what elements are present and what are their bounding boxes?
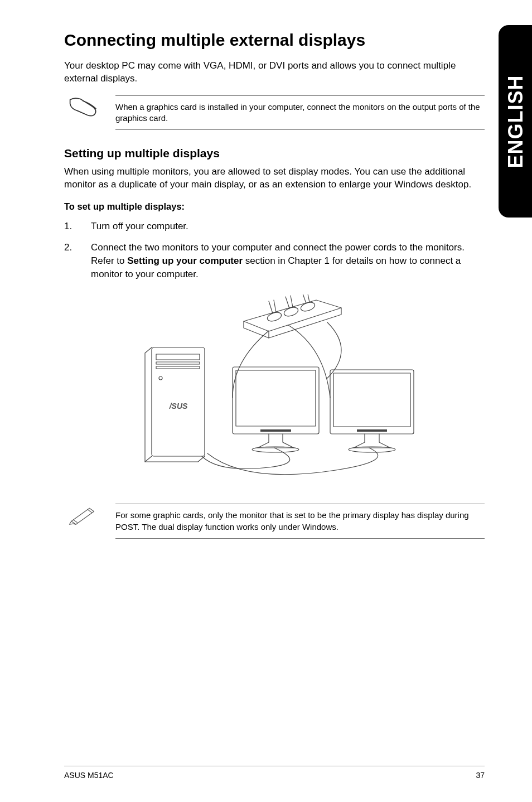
svg-rect-13 (330, 370, 414, 434)
step-text: Connect the two monitors to your compute… (91, 241, 485, 281)
step-2: 2. Connect the two monitors to your comp… (64, 241, 485, 281)
language-tab: ENGLISH (499, 25, 532, 218)
note-graphics-card-text: When a graphics card is installed in you… (115, 95, 485, 131)
footer-page-number: 37 (476, 771, 485, 780)
section-body: When using multiple monitors, you are al… (64, 166, 485, 191)
steps-heading: To set up multiple displays: (64, 201, 485, 212)
svg-rect-9 (233, 367, 319, 434)
hand-point-icon (64, 95, 103, 119)
language-tab-label: ENGLISH (504, 75, 527, 168)
section-heading: Setting up multiple displays (64, 147, 485, 160)
note-primary-display-text: For some graphic cards, only the monitor… (115, 504, 485, 539)
footer-product: ASUS M51AC (64, 771, 114, 780)
svg-rect-5 (156, 362, 200, 364)
svg-rect-12 (260, 429, 291, 432)
step-number: 2. (64, 241, 91, 281)
svg-text:/SUS: /SUS (169, 402, 188, 410)
step-number: 1. (64, 220, 91, 233)
svg-rect-4 (156, 354, 200, 360)
svg-point-2 (299, 301, 316, 313)
svg-rect-14 (333, 373, 410, 427)
setup-diagram: /SUS (124, 294, 425, 484)
step-text: Turn off your computer. (91, 220, 485, 233)
note-graphics-card: When a graphics card is installed in you… (64, 95, 485, 131)
svg-rect-6 (156, 366, 200, 369)
page-footer: ASUS M51AC 37 (64, 766, 485, 780)
page-content: Connecting multiple external displays Yo… (0, 0, 532, 578)
svg-rect-10 (236, 370, 316, 426)
svg-point-1 (283, 306, 299, 318)
svg-point-0 (266, 311, 282, 323)
page-title: Connecting multiple external displays (64, 31, 485, 50)
intro-paragraph: Your desktop PC may come with VGA, HDMI,… (64, 60, 485, 85)
svg-rect-16 (357, 429, 387, 432)
note-primary-display: For some graphic cards, only the monitor… (64, 504, 485, 539)
svg-point-7 (159, 376, 162, 380)
pencil-icon (64, 504, 103, 527)
step-1: 1. Turn off your computer. (64, 220, 485, 233)
